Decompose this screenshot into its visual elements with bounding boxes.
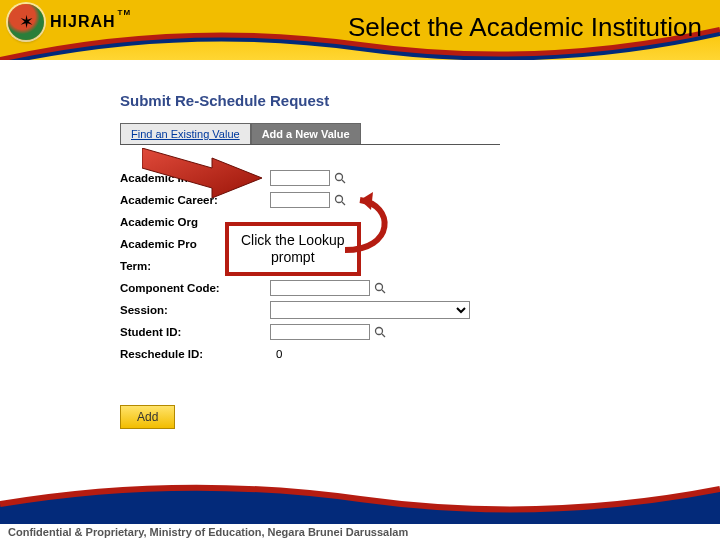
svg-point-6 xyxy=(376,284,383,291)
row-term: Term: xyxy=(120,255,660,277)
input-student[interactable] xyxy=(270,324,370,340)
row-session: Session: xyxy=(120,299,660,321)
lookup-student-icon[interactable] xyxy=(373,325,387,339)
tab-add-new[interactable]: Add a New Value xyxy=(251,123,361,144)
svg-line-7 xyxy=(382,290,385,293)
lookup-component-icon[interactable] xyxy=(373,281,387,295)
footer-text: Confidential & Proprietary, Ministry of … xyxy=(8,526,408,538)
label-institution: Academic Institution: xyxy=(120,172,270,184)
svg-point-2 xyxy=(336,196,343,203)
form-panel: Submit Re-Schedule Request Find an Exist… xyxy=(120,92,660,429)
svg-point-0 xyxy=(336,174,343,181)
slide-title: Select the Academic Institution xyxy=(348,12,702,43)
input-institution[interactable] xyxy=(270,170,330,186)
label-student: Student ID: xyxy=(120,326,270,338)
row-program: Academic Pro xyxy=(120,233,660,255)
row-institution: Academic Institution: xyxy=(120,167,660,189)
row-student: Student ID: xyxy=(120,321,660,343)
tab-strip: Find an Existing Value Add a New Value xyxy=(120,123,500,145)
input-career[interactable] xyxy=(270,192,330,208)
row-career: Academic Career: xyxy=(120,189,660,211)
label-session: Session: xyxy=(120,304,270,316)
svg-line-9 xyxy=(382,334,385,337)
label-reschedule: Reschedule ID: xyxy=(120,348,270,360)
svg-line-3 xyxy=(342,202,345,205)
row-component: Component Code: xyxy=(120,277,660,299)
page-heading: Submit Re-Schedule Request xyxy=(120,92,660,109)
brand-tm: TM xyxy=(118,8,132,17)
footer-curve xyxy=(0,474,720,524)
add-button[interactable]: Add xyxy=(120,405,175,429)
brand-logo-icon: ✶ xyxy=(8,4,44,40)
slide-header: ✶ HIJRAHTM Select the Academic Instituti… xyxy=(0,0,720,60)
form: Academic Institution: Academic Career: A… xyxy=(120,167,660,429)
label-career: Academic Career: xyxy=(120,194,270,206)
select-session[interactable] xyxy=(270,301,470,319)
svg-point-8 xyxy=(376,328,383,335)
lookup-institution-icon[interactable] xyxy=(333,171,347,185)
lookup-career-icon[interactable] xyxy=(333,193,347,207)
brand-name: HIJRAHTM xyxy=(50,13,129,31)
label-component: Component Code: xyxy=(120,282,270,294)
value-reschedule: 0 xyxy=(270,348,282,360)
row-reschedule: Reschedule ID: 0 xyxy=(120,343,660,365)
brand-name-text: HIJRAH xyxy=(50,13,116,30)
brand: ✶ HIJRAHTM xyxy=(8,4,129,40)
tab-find-existing[interactable]: Find an Existing Value xyxy=(120,123,251,144)
annotation-bubble: Click the Lookup prompt xyxy=(225,222,361,276)
annotation-line2: prompt xyxy=(271,249,315,265)
row-org: Academic Org xyxy=(120,211,660,233)
input-component[interactable] xyxy=(270,280,370,296)
svg-line-1 xyxy=(342,180,345,183)
annotation-line1: Click the Lookup xyxy=(241,232,345,248)
